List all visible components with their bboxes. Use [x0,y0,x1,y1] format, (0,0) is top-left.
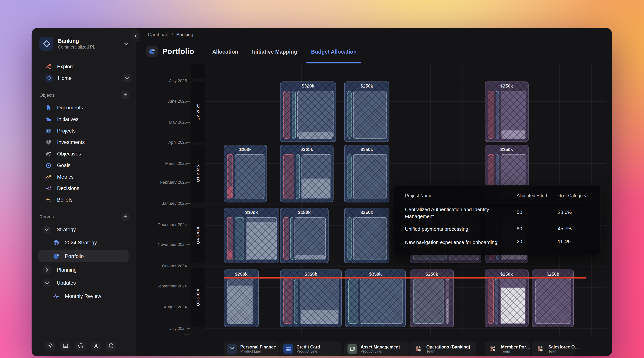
sidebar-item-portfolio[interactable]: Portfolio [38,250,128,262]
month-tick [187,286,190,286]
section-label: Rooms [40,214,54,219]
info-icon [108,342,114,350]
allocation-bar-teal [296,154,300,199]
budget-box-q1-asset-management[interactable]: $250k [344,145,389,203]
sidebar-item-label: Objectives [57,151,81,157]
sidebar-item-label: Metrics [57,174,74,180]
allocation-bar-pgray [500,279,526,324]
budget-label: $250k [344,83,389,88]
tab-budget-allocation[interactable]: Budget Allocation [311,48,357,55]
sidebar-item-home[interactable]: Home [32,72,135,84]
legend-item-member-por[interactable]: Member Por…Team [485,341,530,356]
sidebar-room-updates[interactable]: Updates [32,277,135,289]
month-tick [187,328,190,329]
quarter-label: Q2 2025 [191,82,204,142]
allocation-bar-overlay [228,286,252,323]
app-window: Banking Commercialized PL ExploreHome Ob… [32,28,612,356]
inbox-button[interactable] [60,341,70,351]
legend-item-credit-card[interactable]: Credit CardProduct Line [280,341,341,356]
page-header: Portfolio AllocationInitiative MappingBu… [146,45,357,58]
sidebar-item-monthly-review[interactable]: Monthly Review [32,290,135,302]
budget-box-q1-personal-finance[interactable]: $250k [224,145,267,203]
sidebar-item-projects[interactable]: Projects [32,125,135,136]
month-label-october-2024: October 2024 [142,264,187,268]
budget-box-q2-asset-management[interactable]: $250k [344,81,389,142]
sidebar-primary-nav: ExploreHome [32,61,135,83]
tab-allocation[interactable]: Allocation [212,48,238,55]
tooltip-pct-of-category: 28.6% [558,210,588,215]
expand-toggle-button[interactable] [123,74,131,82]
sidebar-room-strategy[interactable]: Strategy [32,224,135,235]
room-toggle-button[interactable] [43,266,51,274]
settings-button[interactable] [45,341,55,351]
sidebar-item-label: Documents [57,105,83,110]
sidebar-item-objectives[interactable]: Objectives [32,148,135,159]
allocation-segments [224,154,266,199]
home-diamond-icon [45,74,52,82]
chevron-right-icon [44,266,50,273]
budget-box-q2-credit-card[interactable]: $320k [280,81,336,142]
budget-label: $250k [224,147,266,152]
allocation-segments [344,154,389,199]
room-toggle-button[interactable] [43,279,51,287]
sidebar-item-documents[interactable]: Documents [32,102,135,113]
sidebar-item-beliefs[interactable]: Beliefs [32,194,135,205]
month-label-june-2025: June 2025 [142,99,187,103]
legend-item-name: Credit Card [296,344,320,349]
add-objects-button[interactable] [121,91,129,99]
chevron-down-icon[interactable] [123,40,129,47]
legend-item-asset-management[interactable]: Asset ManagementProduct Line [344,341,409,356]
budget-box-q4-credit-card[interactable]: $280k [280,208,328,263]
allocation-bar-overlay [246,222,276,259]
beliefs-icon [45,196,52,203]
sidebar-item-metrics[interactable]: Metrics [32,171,135,182]
sidebar-item-goals[interactable]: Goals [32,159,135,171]
allocation-segments [485,279,528,324]
sidebar-collapse-button[interactable] [131,31,140,42]
sidebar-item-investments[interactable]: Investments [32,137,135,148]
section-header-objects: Objects [32,84,135,102]
chevron-down-icon [44,280,50,286]
quarter-label: Q1 2025 [191,145,204,203]
sidebar-item-2024-strategy[interactable]: 2024 Strategy [32,237,135,248]
breadcrumb: Cambrian / Banking [148,32,193,37]
month-label-april-2025: April 2025 [142,140,187,144]
budget-box-q2-member-portal[interactable]: $250k [485,81,529,142]
moon-button[interactable] [76,341,86,351]
info-button[interactable] [106,341,116,351]
room-toggle-button[interactable] [43,225,51,234]
activity-icon [53,293,60,299]
workspace-switcher[interactable]: Banking Commercialized PL [32,28,135,57]
quarter-band-q1-2025: Q1 2025 [191,145,204,203]
cube-icon [348,344,358,354]
month-tick [187,266,190,266]
objectives-icon [45,150,52,157]
legend-item-operations-banking[interactable]: Operations (Banking)Team [410,341,476,356]
breadcrumb-item[interactable]: Cambrian [148,32,168,37]
allocation-bar-overlay [298,132,332,138]
tooltip-table: Project NameAllocated Effort% of Categor… [405,191,588,248]
budget-box-q4-personal-finance[interactable]: $300k [224,208,279,263]
allocation-segments [344,217,389,260]
allocation-bar-gray [360,279,403,324]
budget-box-q1-credit-card[interactable]: $300k [280,145,334,203]
sidebar-item-initiatives[interactable]: Initiatives [32,113,135,125]
month-tick [187,142,190,143]
tooltip-allocated-effort: 20 [517,239,558,245]
breadcrumb-item-current[interactable]: Banking [176,32,194,37]
month-tick [187,244,190,245]
sidebar-room-planning[interactable]: Planning [32,264,135,275]
user-button[interactable] [91,341,100,351]
tab-initiative-mapping[interactable]: Initiative Mapping [252,48,297,55]
sidebar-item-decisions[interactable]: Decisions [32,183,135,194]
add-rooms-button[interactable] [121,213,129,221]
allocation-bar-blue [496,91,499,139]
allocation-bar-overlay [302,178,330,198]
sidebar-item-label: Initiatives [57,116,78,122]
legend-item-personal-finance[interactable]: Personal FinanceProduct Line [224,341,279,356]
legend-item-salesforce-o[interactable]: Salesforce O…Team [532,341,575,356]
legend-item-type: Team [501,349,530,353]
budget-box-q4-asset-management[interactable]: $250k [344,208,389,263]
month-label-july-2025: July 2025 [142,78,187,83]
sidebar-item-explore[interactable]: Explore [32,61,135,72]
